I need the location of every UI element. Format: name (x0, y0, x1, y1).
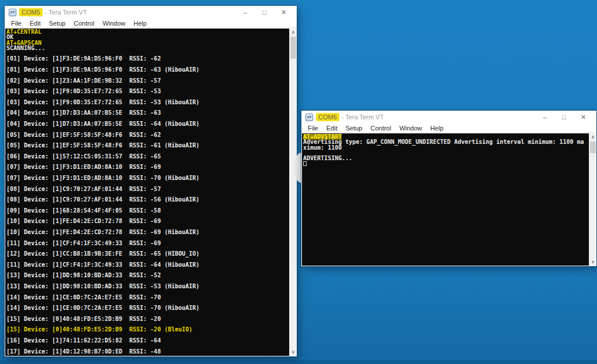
scroll-up-icon[interactable]: ∧ (290, 29, 297, 36)
terminal-line: [03] Device: [1]F9:0D:35:E7:72:65 RSSI: … (6, 100, 289, 105)
menu-window[interactable]: Window (99, 20, 129, 27)
menu-help[interactable]: Help (129, 20, 151, 27)
minimize-button[interactable]: – (535, 111, 554, 123)
terminal-text: [06] Device: [1]57:12:C5:05:31:57 RSSI: … (6, 153, 161, 160)
terminal-line: [12] Device: [1]CC:B8:1B:9B:3E:FE RSSI: … (6, 251, 289, 256)
scrollbar[interactable]: ∧ ∨ (589, 133, 596, 266)
terminal-line: [08] Device: [1]C9:70:27:AF:01:44 RSSI: … (6, 186, 289, 192)
terminal-text: [07] Device: [1]F3:D1:ED:AD:8A:10 RSSI: … (6, 164, 161, 170)
scroll-down-icon[interactable]: ∨ (290, 348, 297, 356)
terminal-text: [14] Device: [1]CE:0D:7C:2A:E7:E5 RSSI: … (6, 294, 161, 301)
scroll-down-icon[interactable]: ∨ (589, 258, 596, 266)
terminal-line: OK (6, 34, 289, 40)
terminal-text: [08] Device: [1]C9:70:27:AF:01:44 RSSI: … (6, 186, 161, 192)
menu-control[interactable]: Control (366, 125, 395, 132)
terminal-line: SCANNING... (6, 45, 289, 51)
terminal-line: AT+CENTRAL (6, 29, 289, 34)
teraterm-icon: VT (9, 9, 16, 16)
maximize-button[interactable]: □ (255, 6, 274, 19)
menu-setup[interactable]: Setup (342, 125, 367, 132)
window-title: COM5 - Tera Term VT (19, 9, 87, 16)
titlebar-com6[interactable]: VT COM6 - Tera Term VT – □ ✕ (301, 111, 596, 123)
terminal-output: AT+CENTRALOKAT+GAPSCANSCANNING... [01] D… (6, 29, 289, 356)
close-button[interactable]: ✕ (274, 6, 293, 19)
terminal-line: [15] Device: [0]40:48:FD:E5:2D:B9 RSSI: … (6, 327, 289, 332)
terminal-text: [11] Device: [1]CF:F4:1F:3C:49:33 RSSI: … (6, 240, 161, 246)
terminal-text: [05] Device: [1]EF:5F:58:5F:48:F6 RSSI: … (6, 132, 161, 138)
terminal-text: ximum: 1100 (303, 144, 342, 151)
menu-file[interactable]: File (7, 20, 26, 27)
terminal-line: [16] Device: [1]74:11:62:22:D5:82 RSSI: … (6, 338, 289, 343)
terminal-line: [03] Device: [1]F9:0D:35:E7:72:65 RSSI: … (6, 89, 289, 94)
terminal-text: [01] Device: [1]F3:DE:9A:D5:96:F0 RSSI: … (6, 66, 199, 73)
terminal-text: Advertising type: GAP_CONN_MODE_UNDIRECT… (303, 139, 584, 145)
terminal-text: [03] Device: [1]F9:0D:35:E7:72:65 RSSI: … (6, 99, 199, 105)
terminal-line: [07] Device: [1]F3:D1:ED:AD:8A:10 RSSI: … (6, 164, 289, 169)
scrollbar[interactable]: ∧ ∨ (289, 29, 296, 356)
terminal-line: ximum: 1100 (303, 145, 588, 150)
scrollbar-thumb[interactable] (590, 142, 596, 153)
com-port-highlight: COM5 (19, 8, 43, 16)
scroll-up-icon[interactable]: ∧ (589, 133, 596, 141)
terminal-line: [01] Device: [1]F3:DE:9A:D5:96:F0 RSSI: … (6, 56, 289, 61)
terminal-line (303, 161, 588, 166)
terminal-text: [09] Device: [1]68:28:54:4F:4F:05 RSSI: … (6, 207, 161, 214)
scrollbar-thumb[interactable] (290, 37, 296, 59)
terminal-text: [07] Device: [1]F3:D1:ED:AD:8A:10 RSSI: … (6, 175, 199, 181)
window-title: COM6 - Tera Term VT (316, 114, 384, 121)
terminal-line: [13] Device: [1]DD:98:10:BD:AD:33 RSSI: … (6, 284, 289, 289)
terminal-text: [10] Device: [1]FE:D4:2E:CD:72:78 RSSI: … (6, 229, 199, 235)
terminal-line: Advertising type: GAP_CONN_MODE_UNDIRECT… (303, 139, 588, 144)
menu-edit[interactable]: Edit (26, 20, 45, 27)
terminal-text: [01] Device: [1]F3:DE:9A:D5:96:F0 RSSI: … (6, 55, 161, 62)
terminal-text: [13] Device: [1]DD:98:10:BD:AD:33 RSSI: … (6, 283, 199, 289)
terminal-text: [16] Device: [1]74:11:62:22:D5:82 RSSI: … (6, 337, 161, 344)
menu-file[interactable]: File (304, 125, 322, 132)
terminal-line: ADVERTISING... (303, 156, 588, 161)
terminal-text: [17] Device: [1]4D:12:98:B7:0D:ED RSSI: … (6, 348, 161, 355)
terminal-line: [01] Device: [1]F3:DE:9A:D5:96:F0 RSSI: … (6, 67, 289, 72)
menu-help[interactable]: Help (426, 125, 448, 132)
terminal-line: [05] Device: [1]EF:5F:58:5F:48:F6 RSSI: … (6, 143, 289, 148)
terminal-text: [13] Device: [1]DD:98:10:BD:AD:33 RSSI: … (6, 272, 161, 278)
terminal-line: [10] Device: [1]FE:D4:2E:CD:72:78 RSSI: … (6, 229, 289, 235)
terminal-line: [14] Device: [1]CE:0D:7C:2A:E7:E5 RSSI: … (6, 295, 289, 300)
terminal-line: [17] Device: [1]4D:12:98:B7:0D:ED RSSI: … (6, 349, 289, 354)
teraterm-icon: VT (305, 114, 313, 121)
text-cursor (303, 161, 307, 166)
close-button[interactable]: ✕ (574, 111, 593, 123)
terminal-text: [15] Device: [0]40:48:FD:E5:2D:B9 RSSI: … (6, 316, 161, 322)
terminal-text: ADVERTISING... (303, 155, 352, 161)
terminal-line: AT+GAPSCAN (6, 40, 289, 45)
minimize-button[interactable]: – (236, 6, 255, 19)
terminal-line: [04] Device: [1]D7:D3:AA:07:B5:5E RSSI: … (6, 121, 289, 126)
terminal-line: [02] Device: [1]23:AA:1F:DE:9B:32 RSSI: … (6, 78, 289, 83)
terminal-text: SCANNING... (6, 45, 45, 51)
terminal-line: [04] Device: [1]D7:D3:AA:07:B5:5E RSSI: … (6, 110, 289, 115)
terminal-text: [04] Device: [1]D7:D3:AA:07:B5:5E RSSI: … (6, 121, 199, 127)
terminal-line: [11] Device: [1]CF:F4:1F:3C:49:33 RSSI: … (6, 262, 289, 267)
terminal-text: [03] Device: [1]F9:0D:35:E7:72:65 RSSI: … (6, 88, 161, 94)
menu-setup[interactable]: Setup (45, 20, 70, 27)
terminal-com6[interactable]: AT+ADVSTARTAdvertising type: GAP_CONN_MO… (302, 133, 596, 266)
titlebar-com5[interactable]: VT COM5 - Tera Term VT – □ ✕ (5, 6, 297, 19)
terminal-line: [08] Device: [1]C9:70:27:AF:01:44 RSSI: … (6, 197, 289, 202)
maximize-button[interactable]: □ (554, 111, 574, 123)
terminal-line: [15] Device: [0]40:48:FD:E5:2D:B9 RSSI: … (6, 316, 289, 321)
menu-edit[interactable]: Edit (322, 125, 342, 132)
com-port-highlight: COM6 (316, 113, 339, 121)
teraterm-window-com5: VT COM5 - Tera Term VT – □ ✕ File Edit S… (5, 6, 297, 356)
terminal-text: [02] Device: [1]23:AA:1F:DE:9B:32 RSSI: … (6, 77, 161, 84)
terminal-com5[interactable]: AT+CENTRALOKAT+GAPSCANSCANNING... [01] D… (5, 29, 296, 356)
terminal-line: [11] Device: [1]CF:F4:1F:3C:49:33 RSSI: … (6, 241, 289, 246)
terminal-text: [14] Device: [1]CE:0D:7C:2A:E7:E5 RSSI: … (6, 305, 199, 311)
terminal-text: [04] Device: [1]D7:D3:AA:07:B5:5E RSSI: … (6, 109, 161, 116)
teraterm-window-com6: VT COM6 - Tera Term VT – □ ✕ File Edit S… (301, 111, 596, 266)
terminal-output: AT+ADVSTARTAdvertising type: GAP_CONN_MO… (303, 134, 588, 266)
menu-control[interactable]: Control (69, 20, 98, 27)
terminal-line: [09] Device: [1]68:28:54:4F:4F:05 RSSI: … (6, 208, 289, 213)
menu-window[interactable]: Window (395, 125, 426, 132)
terminal-text: [10] Device: [1]FE:D4:2E:CD:72:78 RSSI: … (6, 218, 161, 224)
taskbar-strip (0, 360, 597, 364)
terminal-text: [08] Device: [1]C9:70:27:AF:01:44 RSSI: … (6, 196, 199, 203)
